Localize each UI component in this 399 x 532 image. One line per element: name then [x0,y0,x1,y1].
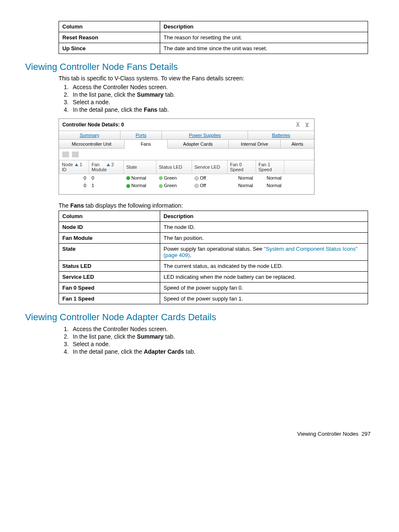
page-footer: Viewing Controller Nodes 297 [25,431,374,437]
col-state[interactable]: State [124,160,156,174]
step: In the list pane, click the Summary tab. [70,91,374,98]
table-row: StatePower supply fan operational status… [59,244,368,261]
ss-tabs-row1: Summary Ports Power Supplies Batteries [59,131,314,140]
state-icon [126,184,130,188]
col-fan0-speed[interactable]: Fan 0Speed [228,160,256,174]
step: Access the Controller Nodes screen. [70,325,374,333]
table-row: Reset Reason The reason for resetting th… [59,32,368,43]
col-status-led[interactable]: Status LED [156,160,192,174]
step: In the list pane, click the Summary tab. [70,333,374,340]
ss-title: Controller Node Details: 0 [62,122,124,128]
ss-header: Controller Node Details: 0 ⊼ ⊻ [59,119,314,131]
tab-mcu[interactable]: Microcontroller Unit [59,140,125,148]
intro-fans: This tab is specific to V-Class systems.… [59,75,374,82]
col-service-led[interactable]: Service LED [192,160,228,174]
col-spacer [284,160,314,174]
tab-batteries[interactable]: Batteries [248,131,314,139]
heading-fans: Viewing Controller Node Fans Details [25,62,374,72]
table-row: Node IDThe node ID. [59,222,368,233]
th: Column [59,21,160,32]
table-row: Service LEDLED indicating when the node … [59,272,368,283]
tab-power-supplies[interactable]: Power Supplies [162,131,248,139]
table-row: Up Since The date and time since the uni… [59,43,368,54]
col-fan-module[interactable]: Fan 2Module [89,160,124,174]
ss-tabs-row2: Microcontroller Unit Fans Adapter Cards … [59,140,314,149]
table-column-desc-1: Column Description Reset Reason The reas… [59,21,368,54]
tab-ports[interactable]: Ports [120,131,162,139]
table-row: Fan ModuleThe fan position. [59,233,368,244]
col-fan1-speed[interactable]: Fan 1Speed [256,160,284,174]
led-icon [159,176,163,180]
table-row: Fan 1 SpeedSpeed of the power supply fan… [59,293,368,304]
tab-internal-drive[interactable]: Internal Drive [229,140,281,148]
led-icon [194,176,199,180]
tab-adapter-cards[interactable]: Adapter Cards [168,140,229,148]
step: In the detail pane, click the Fans tab. [70,106,374,113]
tab-summary[interactable]: Summary [59,131,120,139]
step: Select a node. [70,98,374,106]
sort-icon [75,163,78,166]
steps-adapter-cards: Access the Controller Nodes screen. In t… [59,325,374,355]
step: In the detail pane, click the Adapter Ca… [70,348,374,355]
sort-icon [107,163,110,166]
led-icon [159,184,163,188]
th: Description [160,211,368,222]
grid-row[interactable]: 0 0 Normal Green Off Normal Normal [59,174,314,182]
ss-expand-icons[interactable]: ⊼ ⊻ [296,121,311,128]
ss-toolbar [59,149,314,160]
toolbar-icon[interactable] [62,152,69,157]
table-column-desc-2: Column Description Node IDThe node ID. F… [59,211,368,304]
th: Column [59,211,160,222]
led-icon [194,184,199,188]
step: Select a node. [70,340,374,348]
table-row: Status LEDThe current status, as indicat… [59,261,368,272]
steps-fans: Access the Controller Nodes screen. In t… [59,83,374,113]
step: Access the Controller Nodes screen. [70,83,374,91]
toolbar-icon[interactable] [72,152,79,157]
tab-fans[interactable]: Fans [125,140,168,149]
heading-adapter-cards: Viewing Controller Node Adapter Cards De… [25,312,374,323]
grid-row[interactable]: 0 1 Normal Green Off Normal Normal [59,182,314,189]
table-row: Fan 0 SpeedSpeed of the power supply fan… [59,283,368,293]
fans-grid: Node 1ID Fan 2Module State Status LED Se… [59,160,314,194]
state-icon [126,176,130,180]
tab-alerts[interactable]: Alerts [281,140,314,148]
fans-tab-explains: The Fans tab displays the following info… [59,202,374,209]
th: Description [160,21,368,32]
fans-screenshot: Controller Node Details: 0 ⊼ ⊻ Summary P… [59,118,315,195]
col-node-id[interactable]: Node 1ID [59,160,89,174]
